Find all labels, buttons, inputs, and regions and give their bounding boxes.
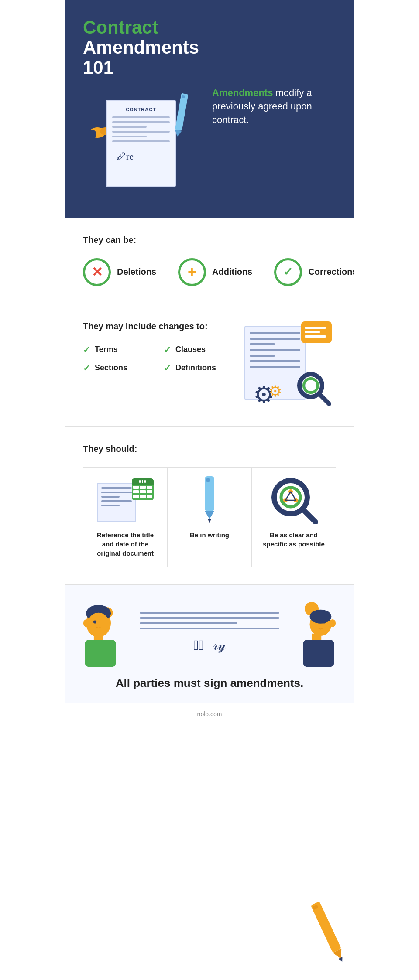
- cal-header: [132, 478, 154, 485]
- check-terms: ✓ Terms: [83, 345, 151, 355]
- include-section: They may include changes to: ✓ Terms ✓ C…: [65, 304, 354, 427]
- svg-rect-15: [142, 480, 143, 483]
- footer: nolo.com: [65, 703, 354, 724]
- sign-all-parties-text: All parties must sign amendments.: [83, 676, 336, 690]
- person-right: [284, 598, 354, 668]
- include-title: They may include changes to:: [83, 321, 231, 331]
- svg-rect-4: [89, 130, 96, 138]
- hero-right: Amendments modify a previously agreed up…: [212, 86, 336, 126]
- svg-point-48: [323, 620, 326, 623]
- types-section: They can be: ✕ Deletions + Additions ✓ C…: [65, 218, 354, 304]
- speech-bubble-icon: [301, 321, 332, 343]
- sign-section: 𝒼𝓈 𝓇𝓎: [65, 585, 354, 703]
- sign-visual: 𝒼𝓈 𝓇𝓎: [65, 585, 354, 676]
- hero-left: Contract Amendments 101 CONTRACT: [83, 17, 199, 196]
- contract-line-short: [112, 126, 147, 128]
- card-reference: Reference the title and date of the orig…: [83, 468, 168, 567]
- check-icon: ✓: [83, 345, 90, 355]
- plus-symbol: +: [188, 263, 196, 280]
- type-deletions: ✕ Deletions: [83, 258, 156, 286]
- terms-label: Terms: [95, 345, 118, 354]
- additions-label: Additions: [212, 267, 252, 277]
- hero-description: Amendments modify a previously agreed up…: [212, 86, 336, 126]
- sign-bottom-text: All parties must sign amendments.: [65, 676, 354, 703]
- amendments-label: Amendments: [212, 87, 273, 98]
- magnifier-icon: [297, 372, 332, 406]
- pen-writing-icon: [199, 476, 220, 524]
- calendar-icon: [132, 478, 154, 500]
- check-icon: ✓: [83, 363, 90, 373]
- svg-rect-16: [144, 480, 146, 483]
- svg-marker-10: [175, 136, 179, 140]
- svg-line-26: [285, 492, 291, 500]
- contract-signature: 🖊re: [112, 151, 170, 162]
- svg-rect-44: [303, 640, 334, 667]
- check-clauses: ✓ Clauses: [164, 345, 231, 355]
- person-right-icon: [292, 598, 345, 668]
- card-writing: Be in writing: [168, 468, 252, 567]
- svg-rect-18: [206, 478, 210, 482]
- footer-source: nolo.com: [197, 710, 222, 717]
- hero-title: Contract Amendments 101: [83, 17, 199, 78]
- corrections-icon: ✓: [274, 258, 302, 286]
- svg-line-27: [291, 492, 296, 500]
- should-section: They should:: [65, 427, 354, 585]
- types-title: They can be:: [83, 235, 336, 245]
- gear-small-icon: ⚙: [268, 382, 282, 400]
- svg-point-36: [88, 612, 110, 635]
- contract-paper: CONTRACT 🖊re: [106, 100, 176, 187]
- card-clear: Be as clear and specific as possible: [252, 468, 336, 567]
- definitions-label: Definitions: [175, 363, 216, 372]
- svg-point-47: [310, 609, 332, 623]
- type-additions: + Additions: [178, 258, 252, 286]
- checklist: ✓ Terms ✓ Clauses ✓ Sections ✓ Definitio…: [83, 345, 231, 373]
- signatures: 𝒼𝓈 𝓇𝓎: [193, 637, 225, 653]
- deletions-label: Deletions: [117, 267, 156, 277]
- contract-line: [112, 116, 170, 118]
- card-icon-clear: [259, 476, 329, 524]
- sign-lines: [140, 612, 279, 633]
- reference-doc: [97, 483, 136, 522]
- contract-line: [112, 131, 170, 133]
- should-cards: Reference the title and date of the orig…: [83, 467, 336, 567]
- svg-rect-14: [139, 480, 141, 483]
- include-right: ⚙ ⚙: [240, 321, 336, 409]
- svg-marker-19: [205, 511, 214, 519]
- svg-marker-20: [208, 519, 211, 523]
- person-left-icon: [74, 598, 127, 668]
- additions-icon: +: [178, 258, 206, 286]
- svg-line-29: [304, 510, 316, 522]
- clauses-label: Clauses: [175, 345, 206, 354]
- type-corrections: ✓ Corrections: [274, 258, 354, 286]
- signature-left: 𝒼𝓈: [193, 637, 203, 653]
- deletions-icon: ✕: [83, 258, 111, 286]
- svg-marker-9: [174, 130, 182, 137]
- svg-rect-33: [85, 640, 116, 667]
- check-icon: ✓: [164, 345, 171, 355]
- corrections-label: Corrections: [308, 267, 354, 277]
- search-clear-icon: [270, 476, 318, 524]
- card-text-clear: Be as clear and specific as possible: [259, 530, 329, 549]
- svg-point-37: [93, 620, 96, 623]
- sections-label: Sections: [95, 363, 127, 372]
- check-definitions: ✓ Definitions: [164, 363, 231, 373]
- hero-section: Contract Amendments 101 CONTRACT: [65, 0, 354, 218]
- card-icon-writing: [175, 476, 244, 524]
- include-left: They may include changes to: ✓ Terms ✓ C…: [83, 321, 231, 409]
- contract-label: CONTRACT: [112, 107, 170, 112]
- card-text-reference: Reference the title and date of the orig…: [90, 530, 160, 558]
- check-icon: ✓: [164, 363, 171, 373]
- contract-line: [112, 140, 170, 142]
- doc-calendar-illustration: [97, 478, 154, 522]
- contract-illustration: CONTRACT 🖊re: [93, 91, 189, 196]
- types-row: ✕ Deletions + Additions ✓ Corrections: [83, 258, 336, 286]
- sign-middle: 𝒼𝓈 𝓇𝓎: [135, 612, 284, 653]
- check-sections: ✓ Sections: [83, 363, 151, 373]
- cal-body: [132, 485, 154, 500]
- person-left: [65, 598, 135, 668]
- svg-rect-7: [175, 93, 189, 130]
- card-text-writing: Be in writing: [175, 530, 244, 540]
- svg-point-12: [304, 379, 318, 393]
- svg-line-13: [319, 394, 329, 404]
- x-symbol: ✕: [92, 264, 103, 280]
